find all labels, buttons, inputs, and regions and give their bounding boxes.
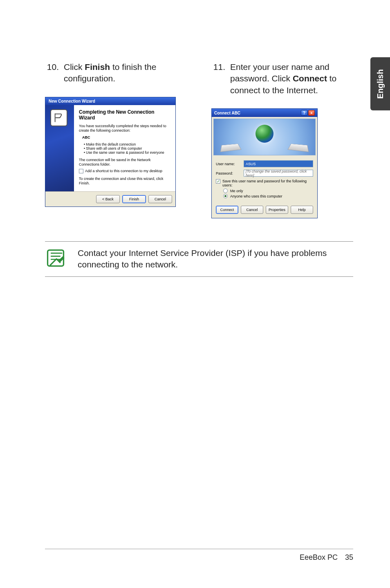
dialog-footer: Connect Cancel Properties Help — [212, 202, 317, 218]
help-icon[interactable]: ? — [301, 110, 307, 116]
wizard-saved-text: The connection will be saved in the Netw… — [79, 158, 170, 167]
checkbox-checked-icon: ✓ — [216, 179, 220, 184]
wizard-title-bar: New Connection Wizard — [45, 97, 175, 105]
radio-icon — [223, 189, 228, 193]
help-button[interactable]: Help — [291, 206, 313, 214]
note-icon — [45, 247, 66, 269]
wizard-bullet-list: Make this the default connection Share w… — [86, 142, 170, 155]
radio-me-label: Me only — [230, 189, 243, 193]
step-10-text: Click Finish to finish the configuration… — [64, 61, 187, 85]
wizard-window: New Connection Wizard Completing the New… — [45, 97, 176, 207]
save-checkbox[interactable]: ✓ Save this user name and password for t… — [216, 179, 313, 187]
step-10-pre: Click — [64, 62, 85, 72]
connect-dialog: Connect ABC ? × User name: ASUS — [211, 108, 318, 218]
footer-page-number: 35 — [345, 553, 353, 562]
radio-me-only[interactable]: Me only — [223, 189, 313, 193]
globe-icon — [256, 125, 273, 143]
page-footer: EeeBox PC 35 — [45, 549, 353, 562]
connect-button[interactable]: Connect — [216, 206, 238, 214]
dialog-cancel-button[interactable]: Cancel — [241, 206, 263, 214]
password-input[interactable]: [To change the saved password, click her… — [244, 170, 313, 177]
wizard-shortcut-label: Add a shortcut to this connection to my … — [85, 169, 162, 173]
dialog-banner — [213, 119, 316, 155]
step-10-bold: Finish — [85, 62, 110, 72]
radio-anyone-label: Anyone who uses this computer — [230, 194, 282, 198]
password-label: Password: — [216, 171, 240, 175]
language-tab-label: English — [376, 69, 385, 99]
radio-anyone[interactable]: Anyone who uses this computer — [223, 194, 313, 198]
radio-selected-icon — [223, 194, 228, 198]
step-11-text: Enter your user name and password. Click… — [230, 61, 353, 96]
step-10: 10. Click Finish to finish the configura… — [45, 61, 187, 85]
wizard-bullet-3: Use the same user name & password for ev… — [86, 150, 170, 155]
wizard-connection-name: ABC — [82, 135, 170, 140]
finish-button[interactable]: Finish — [122, 195, 146, 203]
cancel-button[interactable]: Cancel — [148, 195, 172, 203]
language-tab: English — [370, 57, 390, 110]
keyboard-left-icon — [220, 144, 242, 152]
keyboard-right-icon — [287, 144, 309, 152]
wizard-bullet-2: Share with all users of this computer — [86, 146, 170, 150]
save-checkbox-label: Save this user name and password for the… — [222, 179, 313, 187]
wizard-side-panel — [45, 105, 74, 191]
back-button[interactable]: < Back — [96, 195, 120, 203]
note-box: Contact your Internet Service Provider (… — [45, 241, 353, 277]
dialog-title: Connect ABC — [214, 111, 240, 115]
step-10-number: 10. — [45, 61, 59, 85]
close-icon[interactable]: × — [308, 110, 315, 116]
wizard-heading: Completing the New Connection Wizard — [79, 109, 170, 121]
wizard-flag-icon — [50, 109, 67, 126]
properties-button[interactable]: Properties — [266, 206, 288, 214]
dialog-title-bar: Connect ABC ? × — [212, 109, 317, 117]
checkbox-icon — [79, 169, 83, 173]
wizard-close-text: To create the connection and close this … — [79, 177, 170, 186]
wizard-intro: You have successfully completed the step… — [79, 124, 170, 133]
note-text: Contact your Internet Service Provider (… — [78, 247, 353, 271]
wizard-bullet-1: Make this the default connection — [86, 142, 170, 146]
username-label: User name: — [216, 162, 240, 166]
step-11: 11. Enter your user name and password. C… — [211, 61, 353, 96]
step-11-bold: Connect — [293, 74, 327, 83]
wizard-shortcut-checkbox[interactable]: Add a shortcut to this connection to my … — [79, 169, 170, 173]
step-11-number: 11. — [211, 61, 225, 96]
footer-product: EeeBox PC — [300, 553, 338, 562]
wizard-footer: < Back Finish Cancel — [45, 191, 175, 206]
username-input[interactable]: ASUS — [244, 160, 313, 167]
